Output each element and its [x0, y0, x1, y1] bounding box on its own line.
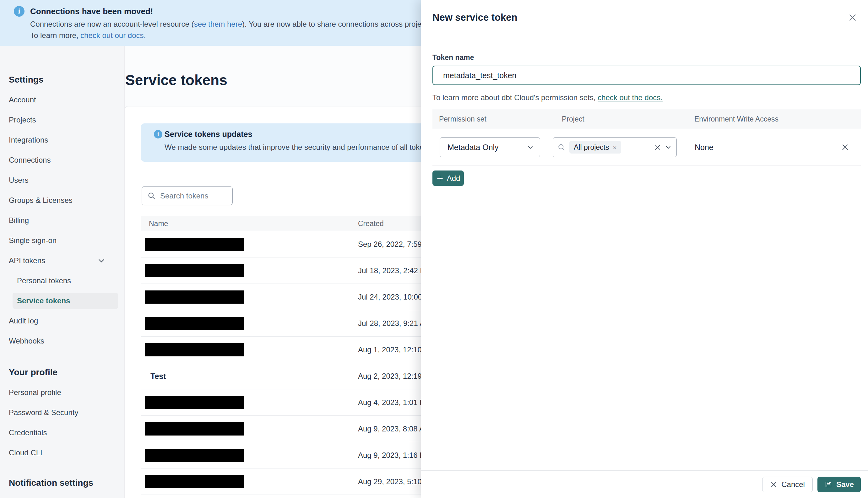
sidebar-item-connections[interactable]: Connections: [0, 150, 124, 170]
redacted-token-name: [145, 422, 244, 435]
info-icon: i: [154, 130, 162, 139]
token-name: Test: [150, 371, 166, 381]
sidebar-item-integrations[interactable]: Integrations: [0, 130, 124, 150]
project-multiselect[interactable]: All projects ×: [553, 137, 677, 157]
column-header-env-write-access: Environment Write Access: [694, 109, 778, 129]
sidebar-heading-settings: Settings: [0, 70, 124, 90]
remove-row-icon[interactable]: [839, 141, 851, 153]
banner-title: Connections have been moved!: [30, 6, 153, 16]
sidebar-item-audit-log[interactable]: Audit log: [0, 311, 124, 331]
sidebar-item-service-tokens[interactable]: Service tokens: [13, 293, 118, 309]
sidebar-item-account[interactable]: Account: [0, 90, 124, 110]
panel-header: New service token: [421, 0, 868, 35]
close-icon[interactable]: [846, 11, 859, 24]
redacted-token-name: [145, 343, 244, 356]
sidebar-heading-your-profile: Your profile: [0, 362, 124, 382]
chevron-down-icon[interactable]: [665, 144, 671, 150]
panel-footer: Cancel Save: [421, 470, 868, 498]
redacted-token-name: [145, 475, 244, 488]
permission-row: Metadata Only All projects ×: [432, 129, 861, 166]
redacted-token-name: [145, 396, 244, 409]
check-out-the-docs-link[interactable]: check out the docs.: [597, 93, 662, 102]
token-name-input[interactable]: [432, 66, 861, 85]
project-chip-all-projects: All projects ×: [569, 141, 621, 154]
sidebar-item-password-security[interactable]: Password & Security: [0, 403, 124, 423]
clear-selection-icon[interactable]: [654, 144, 661, 151]
sidebar-item-groups-licenses[interactable]: Groups & Licenses: [0, 190, 124, 210]
env-write-access-value: None: [695, 143, 713, 152]
sidebar-item-personal-profile[interactable]: Personal profile: [0, 382, 124, 403]
settings-sidebar: Settings Account Projects Integrations C…: [0, 46, 125, 498]
panel-title: New service token: [432, 12, 517, 23]
column-header-permission-set: Permission set: [439, 109, 486, 129]
permission-helper-text: To learn more about dbt Cloud's permissi…: [432, 93, 861, 102]
column-header-name: Name: [149, 217, 168, 231]
info-icon: i: [14, 6, 25, 17]
sidebar-item-cloud-cli[interactable]: Cloud CLI: [0, 443, 124, 463]
sidebar-item-personal-tokens[interactable]: Personal tokens: [0, 271, 124, 291]
permission-set-select[interactable]: Metadata Only: [440, 137, 540, 157]
sidebar-item-credentials[interactable]: Credentials: [0, 423, 124, 443]
search-tokens-box: [142, 186, 233, 205]
notice-title: Service tokens updates: [165, 130, 252, 139]
sidebar-item-api-tokens[interactable]: API tokens: [0, 251, 124, 271]
new-service-token-panel: New service token Token name To learn mo…: [421, 0, 868, 498]
cancel-button[interactable]: Cancel: [762, 477, 813, 492]
save-disk-icon: [824, 481, 832, 488]
see-them-here-link[interactable]: see them here: [194, 20, 242, 28]
column-header-created: Created: [358, 217, 384, 231]
panel-body: Token name To learn more about dbt Cloud…: [421, 35, 868, 186]
token-name-label: Token name: [432, 53, 861, 62]
redacted-token-name: [145, 290, 244, 304]
save-button[interactable]: Save: [817, 477, 861, 492]
close-icon: [770, 481, 778, 488]
permissions-table-header: Permission set Project Environment Write…: [432, 109, 861, 129]
page-title: Service tokens: [125, 71, 227, 89]
sidebar-item-single-sign-on[interactable]: Single sign-on: [0, 231, 124, 251]
search-icon: [557, 143, 566, 151]
redacted-token-name: [145, 449, 244, 462]
sidebar-item-billing[interactable]: Billing: [0, 210, 124, 231]
add-permission-button[interactable]: Add: [432, 170, 464, 186]
redacted-token-name: [145, 317, 244, 330]
chevron-down-icon: [527, 144, 534, 150]
plus-icon: [436, 174, 444, 182]
search-icon: [147, 192, 156, 200]
search-input[interactable]: [160, 192, 226, 200]
chip-remove-icon[interactable]: ×: [613, 144, 616, 151]
redacted-token-name: [145, 264, 244, 277]
check-out-docs-link[interactable]: check out our docs.: [80, 31, 146, 40]
sidebar-heading-notification-settings: Notification settings: [0, 473, 124, 493]
sidebar-item-webhooks[interactable]: Webhooks: [0, 331, 124, 351]
sidebar-item-projects[interactable]: Projects: [0, 110, 124, 130]
redacted-token-name: [145, 238, 244, 251]
chevron-down-icon: [97, 257, 106, 265]
sidebar-item-users[interactable]: Users: [0, 170, 124, 190]
column-header-project: Project: [562, 109, 584, 129]
